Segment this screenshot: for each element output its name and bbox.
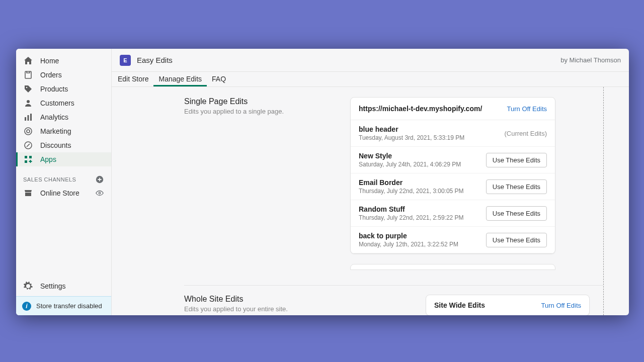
app-logo: E <box>120 55 131 66</box>
edit-name: New Style <box>359 152 461 160</box>
edit-info: Random StuffThursday, July 22nd, 2021, 2… <box>359 205 464 221</box>
edit-date: Monday, July 12th, 2021, 3:22:52 PM <box>359 241 458 248</box>
plus-circle-icon[interactable] <box>95 175 104 184</box>
tag-icon <box>23 84 33 94</box>
active-indicator <box>16 152 18 166</box>
store-icon <box>23 188 33 198</box>
target-icon <box>23 126 33 136</box>
app-header: E Easy Edits by Michael Thomson <box>112 49 629 72</box>
app-title: Easy Edits <box>137 56 173 64</box>
chart-icon <box>23 112 33 122</box>
use-these-edits-button[interactable]: Use These Edits <box>486 179 547 194</box>
section-description: Whole Site Edits Edits you applied to yo… <box>184 295 375 315</box>
main: E Easy Edits by Michael Thomson Edit Sto… <box>112 49 629 315</box>
svg-point-13 <box>99 192 101 194</box>
edit-row: Random StuffThursday, July 22nd, 2021, 2… <box>351 200 555 227</box>
sidebar-item-marketing[interactable]: Marketing <box>16 124 111 138</box>
discount-icon <box>23 140 33 150</box>
sidebar-item-label: Orders <box>40 71 62 79</box>
sidebar-item-label: Home <box>40 57 59 65</box>
edit-info: back to purpleMonday, July 12th, 2021, 3… <box>359 232 458 248</box>
edit-info: Email BorderThursday, July 22nd, 2021, 3… <box>359 178 464 195</box>
edit-name: Email Border <box>359 178 464 187</box>
section-subtitle: Edits you applied to a single page. <box>184 108 340 115</box>
section-subtitle: Edits you applied to your entire site. <box>184 305 375 313</box>
gear-icon <box>23 281 33 291</box>
svg-rect-11 <box>25 160 27 163</box>
section-title: Whole Site Edits <box>184 295 375 304</box>
svg-rect-0 <box>25 71 31 78</box>
app-window: Home Orders Products Customers Analytics… <box>16 49 629 315</box>
svg-rect-5 <box>30 114 32 121</box>
svg-point-1 <box>26 87 28 88</box>
info-banner: i Store transfer disabled <box>16 296 111 315</box>
edit-date: Saturday, July 24th, 2021, 4:06:29 PM <box>359 161 461 168</box>
edit-row: back to purpleMonday, July 12th, 2021, 3… <box>351 227 555 253</box>
sidebar-item-orders[interactable]: Orders <box>16 68 111 82</box>
sidebar-item-discounts[interactable]: Discounts <box>16 138 111 152</box>
use-these-edits-button[interactable]: Use These Edits <box>486 206 547 221</box>
svg-rect-3 <box>25 117 26 121</box>
sidebar-item-label: Apps <box>40 155 56 163</box>
section-whole-site: Whole Site Edits Edits you applied to yo… <box>112 286 603 315</box>
tab-faq[interactable]: FAQ <box>207 75 231 86</box>
site-wide-card: Site Wide Edits Turn Off Edits <box>426 295 590 315</box>
edits-card: https://michael-t-dev.myshopify.com/ Tur… <box>350 97 555 254</box>
info-icon: i <box>22 302 31 311</box>
tab-edit-store[interactable]: Edit Store <box>113 75 153 86</box>
page-url: https://michael-t-dev.myshopify.com/ <box>359 105 482 113</box>
current-edits-label: (Current Edits) <box>504 130 547 137</box>
edit-row: blue headerTuesday, August 3rd, 2021, 5:… <box>351 120 555 147</box>
edit-name: Random Stuff <box>359 205 464 213</box>
section-title: Single Page Edits <box>184 97 340 106</box>
channel-label: Online Store <box>40 189 79 197</box>
sidebar-item-label: Customers <box>40 99 74 107</box>
svg-point-2 <box>27 100 30 103</box>
card-header: https://michael-t-dev.myshopify.com/ Tur… <box>351 98 555 120</box>
person-icon <box>23 98 33 108</box>
edit-name: back to purple <box>359 232 458 240</box>
sidebar-item-apps[interactable]: Apps <box>16 152 111 166</box>
tab-manage-edits[interactable]: Manage Edits <box>153 75 207 86</box>
sidebar-nav: Home Orders Products Customers Analytics… <box>16 49 111 201</box>
home-icon <box>23 56 33 66</box>
section-single-page: Single Page Edits Edits you applied to a… <box>112 87 603 254</box>
edit-info: New StyleSaturday, July 24th, 2021, 4:06… <box>359 152 461 168</box>
sidebar-item-label: Analytics <box>40 113 68 121</box>
card-title: Site Wide Edits <box>434 301 485 309</box>
sidebar-item-customers[interactable]: Customers <box>16 96 111 110</box>
sidebar-item-label: Products <box>40 85 68 93</box>
edit-row: Email BorderThursday, July 22nd, 2021, 3… <box>351 173 555 200</box>
sidebar-item-analytics[interactable]: Analytics <box>16 110 111 124</box>
card-header: Site Wide Edits Turn Off Edits <box>426 295 589 315</box>
edits-list: blue headerTuesday, August 3rd, 2021, 5:… <box>351 120 555 253</box>
sidebar-item-home[interactable]: Home <box>16 54 111 68</box>
svg-point-6 <box>25 128 32 135</box>
card-stub <box>350 264 555 270</box>
use-these-edits-button[interactable]: Use These Edits <box>486 233 547 247</box>
settings-label: Settings <box>40 282 66 290</box>
edit-date: Thursday, July 22nd, 2021, 2:59:22 PM <box>359 214 464 221</box>
edit-name: blue header <box>359 125 464 133</box>
content-area: Single Page Edits Edits you applied to a… <box>112 87 604 315</box>
sidebar-section-label: SALES CHANNELS <box>16 173 111 186</box>
svg-rect-10 <box>29 156 32 158</box>
sidebar: Home Orders Products Customers Analytics… <box>16 49 112 315</box>
banner-text: Store transfer disabled <box>36 302 102 310</box>
sidebar-item-online-store[interactable]: Online Store <box>16 186 111 201</box>
sidebar-item-label: Marketing <box>40 127 71 135</box>
svg-rect-9 <box>25 156 27 158</box>
eye-icon[interactable] <box>95 189 104 198</box>
sidebar-item-products[interactable]: Products <box>16 82 111 96</box>
app-author: by Michael Thomson <box>560 56 621 64</box>
use-these-edits-button[interactable]: Use These Edits <box>486 153 547 167</box>
svg-rect-4 <box>28 115 29 121</box>
edit-date: Thursday, July 22nd, 2021, 3:00:05 PM <box>359 188 464 195</box>
sidebar-item-settings[interactable]: Settings <box>16 276 111 296</box>
turn-off-edits-link[interactable]: Turn Off Edits <box>541 302 581 309</box>
svg-point-7 <box>27 130 30 133</box>
turn-off-edits-link[interactable]: Turn Off Edits <box>507 105 547 113</box>
sidebar-item-label: Discounts <box>40 141 71 149</box>
edit-row: New StyleSaturday, July 24th, 2021, 4:06… <box>351 147 555 173</box>
apps-icon <box>23 154 33 164</box>
